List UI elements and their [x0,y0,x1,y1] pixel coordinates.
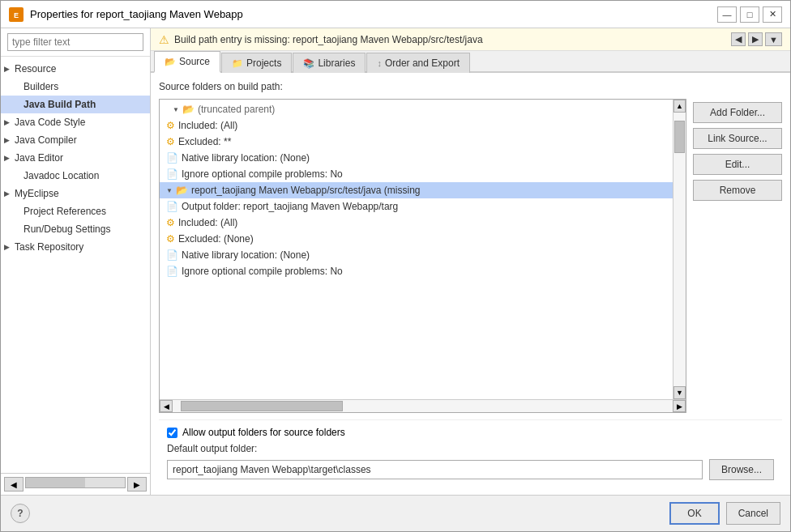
source-folder-icon: 📂 [182,104,195,115]
link-source-button[interactable]: Link Source... [693,128,782,149]
nav-item-label: Project References [24,206,106,217]
tree-item-native-lib2[interactable]: 📄 Native library location: (None) [160,247,673,263]
close-button[interactable]: ✕ [763,6,782,23]
scroll-right-button[interactable]: ▶ [127,477,147,492]
vertical-scrollbar[interactable]: ▲ ▼ [673,100,686,399]
folder-icon: 📄 [166,266,178,277]
warning-next-button[interactable]: ▶ [748,32,763,46]
tab-order-export[interactable]: ↕ Order and Export [366,53,470,73]
tree-item-text: Ignore optional compile problems: No [182,266,343,277]
tree-item-ignore[interactable]: 📄 Ignore optional compile problems: No [160,166,673,182]
allow-output-checkbox[interactable] [167,428,177,438]
sidebar-item-resource[interactable]: ▶ Resource [1,60,150,78]
edit-button[interactable]: Edit... [693,154,782,175]
sidebar-item-task-repository[interactable]: ▶ Task Repository [1,238,150,256]
sidebar-item-project-references[interactable]: Project References [1,202,150,220]
warning-navigation: ◀ ▶ ▼ [731,32,782,46]
checkbox-row: Allow output folders for source folders [167,427,774,438]
warning-message: Build path entry is missing: report_taoj… [174,34,483,45]
sidebar-item-javadoc[interactable]: Javadoc Location [1,167,150,185]
tree-item-included2[interactable]: ⚙ Included: (All) [160,215,673,231]
hscroll-track[interactable] [173,400,673,412]
output-folder-input[interactable] [167,460,703,479]
sidebar-item-java-editor[interactable]: ▶ Java Editor [1,149,150,167]
tree-item-text: Excluded: ** [178,136,231,147]
maximize-button[interactable]: □ [740,6,759,23]
scroll-left-button[interactable]: ◀ [4,477,24,492]
sidebar: ▶ Resource Builders Java Build Path ▶ Ja… [1,28,151,495]
tree-item-excluded[interactable]: ⚙ Excluded: ** [160,134,673,150]
expand-arrow: ▶ [4,154,10,162]
footer-buttons: OK Cancel [669,502,780,525]
scroll-left-button[interactable]: ◀ [160,400,173,412]
title-bar-left: E Properties for report_taojiang Maven W… [9,7,243,22]
tree-item-text: Excluded: (None) [178,233,254,245]
help-button[interactable]: ? [11,504,30,523]
filter-input[interactable] [7,33,143,51]
scroll-up-button[interactable]: ▲ [673,100,686,113]
tree-item-ignore2[interactable]: 📄 Ignore optional compile problems: No [160,263,673,279]
source-tab-icon: 📂 [165,57,176,67]
sidebar-scroll-bar: ◀ ▶ [1,473,150,495]
tab-projects[interactable]: 📁 Projects [221,53,292,73]
sidebar-item-java-code-style[interactable]: ▶ Java Code Style [1,113,150,131]
hscroll-thumb[interactable] [181,401,343,411]
footer: ? OK Cancel [1,495,790,531]
scroll-track[interactable] [673,113,686,386]
checkbox-label: Allow output folders for source folders [182,427,345,438]
main-window: E Properties for report_taojiang Maven W… [0,0,791,532]
horizontal-scrollbar[interactable]: ◀ ▶ [160,399,686,412]
main-panel: ⚠ Build path entry is missing: report_ta… [151,28,790,495]
content-area: ▶ Resource Builders Java Build Path ▶ Ja… [1,28,790,495]
tree-item-text: Native library location: (None) [182,249,310,261]
filter-icon: ⚙ [166,233,175,245]
cancel-button[interactable]: Cancel [726,502,780,525]
tree-item-native-lib[interactable]: 📄 Native library location: (None) [160,150,673,166]
tree-item-missing-source[interactable]: ▼ 📂 report_taojiang Maven Webapp/src/tes… [160,182,673,198]
remove-button[interactable]: Remove [693,180,782,201]
folder-icon: 📄 [166,249,178,261]
scroll-right-button[interactable]: ▶ [673,400,686,412]
sidebar-item-run-debug[interactable]: Run/Debug Settings [1,220,150,238]
tree-item[interactable]: ▼ 📂 (truncated parent) [160,101,673,117]
tree-item-text: Included: (All) [178,217,237,228]
scroll-thumb[interactable] [674,121,685,153]
tab-source[interactable]: 📂 Source [154,51,220,73]
add-folder-button[interactable]: Add Folder... [693,102,782,123]
tree-item-output-folder[interactable]: 📄 Output folder: report_taojiang Maven W… [160,198,673,215]
sidebar-item-myeclipse[interactable]: ▶ MyEclipse [1,185,150,202]
sidebar-item-java-build-path[interactable]: Java Build Path [1,96,150,113]
default-output-label: Default output folder: [167,443,774,454]
source-content: Source folders on build path: ▼ 📂 (trunc… [151,73,790,495]
tree-item-included-all[interactable]: ⚙ Included: (All) [160,117,673,134]
collapse-arrow: ▼ [173,106,179,113]
expand-arrow: ▶ [4,136,10,144]
source-folders-label: Source folders on build path: [159,81,782,92]
warning-prev-button[interactable]: ◀ [731,32,746,46]
tree-item-text: Included: (All) [178,120,237,131]
scroll-down-button[interactable]: ▼ [673,386,686,399]
nav-item-label: Builders [24,81,58,92]
bottom-area: Allow output folders for source folders … [159,419,782,487]
warning-icon: ⚠ [159,33,169,46]
tab-libraries[interactable]: 📚 Libraries [293,53,366,73]
nav-item-label: MyEclipse [15,188,59,199]
browse-button[interactable]: Browse... [709,459,774,480]
output-row: Browse... [167,459,774,480]
tree-list[interactable]: ▼ 📂 (truncated parent) ⚙ Included: (All) [160,100,673,399]
filter-icon: ⚙ [166,120,175,131]
tabs-bar: 📂 Source 📁 Projects 📚 Libraries ↕ Order … [151,51,790,73]
expand-arrow: ▶ [4,189,10,198]
projects-tab-icon: 📁 [232,58,243,69]
sidebar-item-java-compiler[interactable]: ▶ Java Compiler [1,131,150,149]
tab-order-export-label: Order and Export [385,57,460,69]
warning-down-button[interactable]: ▼ [765,32,782,46]
expand-icon: ▼ [166,187,173,194]
ok-button[interactable]: OK [669,502,719,525]
tree-item-text: (truncated parent) [198,104,275,115]
sidebar-item-builders[interactable]: Builders [1,78,150,96]
tree-item-excluded2[interactable]: ⚙ Excluded: (None) [160,231,673,247]
expand-arrow: ▶ [4,243,10,251]
minimize-button[interactable]: — [717,6,737,23]
expand-arrow: ▶ [4,118,10,126]
